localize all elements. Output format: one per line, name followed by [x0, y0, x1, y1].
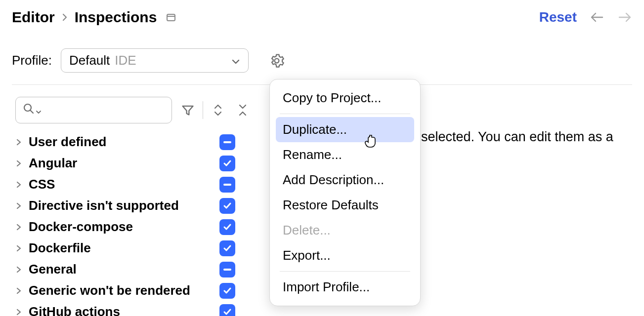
menu-item[interactable]: Copy to Project... — [276, 85, 414, 111]
gear-icon[interactable] — [269, 53, 284, 68]
tree-item-label: User defined — [29, 134, 107, 150]
tree-item[interactable]: User defined — [16, 131, 235, 153]
profile-selector[interactable]: Default IDE — [61, 48, 249, 73]
checkbox-checked[interactable] — [219, 240, 235, 256]
forward-arrow-icon[interactable] — [617, 12, 632, 23]
chevron-right-icon[interactable] — [16, 305, 22, 316]
menu-separator — [280, 114, 410, 114]
chevron-right-icon[interactable] — [16, 220, 22, 234]
menu-item[interactable]: Duplicate... — [276, 117, 414, 142]
search-icon — [23, 103, 35, 118]
tree-item-label: Directive isn't supported — [29, 198, 179, 213]
tree-item-left: CSS — [16, 177, 55, 192]
chevron-right-icon[interactable] — [16, 156, 22, 170]
chevron-down-icon — [231, 53, 240, 68]
breadcrumb-right: Reset — [539, 9, 632, 25]
profile-row: Profile: Default IDE — [0, 26, 644, 73]
menu-item[interactable]: Add Description... — [276, 167, 414, 193]
chevron-right-icon[interactable] — [16, 241, 22, 255]
checkbox-partial[interactable] — [219, 177, 235, 193]
tree-item-label: Dockerfile — [29, 240, 91, 256]
tree-item-label: Angular — [29, 156, 77, 171]
checkbox-checked[interactable] — [219, 304, 235, 316]
tree-item-left: Directive isn't supported — [16, 198, 179, 213]
chevron-right-icon[interactable] — [16, 177, 22, 192]
tree-item-label: CSS — [29, 177, 55, 192]
tree-item-label: Docker-compose — [29, 219, 133, 235]
menu-item[interactable]: Rename... — [276, 142, 414, 167]
tree-item-left: Dockerfile — [16, 240, 91, 256]
chevron-right-icon[interactable] — [16, 198, 22, 213]
checkbox-checked[interactable] — [219, 219, 235, 235]
tree-item[interactable]: Directive isn't supported — [16, 195, 235, 216]
chevron-down-icon — [36, 103, 42, 118]
tree-item[interactable]: General — [16, 259, 235, 280]
breadcrumb: Editor Inspections Reset — [0, 0, 644, 26]
tree-item-left: Angular — [16, 156, 77, 171]
separator — [203, 101, 203, 119]
profile-selector-text: Default IDE — [69, 53, 136, 68]
expand-icon[interactable] — [211, 103, 225, 117]
tree-item[interactable]: Docker-compose — [16, 216, 235, 237]
chevron-right-icon[interactable] — [16, 262, 22, 276]
breadcrumb-left: Editor Inspections — [12, 9, 176, 26]
tree-item-left: General — [16, 262, 77, 277]
reset-link[interactable]: Reset — [539, 9, 577, 25]
window-icon[interactable] — [166, 12, 176, 23]
breadcrumb-parent[interactable]: Editor — [12, 9, 55, 26]
detail-text: selected. You can edit them as a — [421, 129, 613, 145]
checkbox-checked[interactable] — [219, 156, 235, 171]
profile-settings-menu: Copy to Project...Duplicate...Rename...A… — [269, 79, 421, 306]
menu-item[interactable]: Export... — [276, 243, 414, 268]
checkbox-partial[interactable] — [219, 134, 235, 150]
filter-icon[interactable] — [181, 103, 195, 117]
menu-item[interactable]: Restore Defaults — [276, 193, 414, 218]
tree-item-label: General — [29, 262, 77, 277]
tree-item[interactable]: CSS — [16, 174, 235, 195]
search-input[interactable] — [15, 97, 172, 123]
chevron-right-icon[interactable] — [16, 135, 22, 149]
tree-item[interactable]: GitHub actions — [16, 301, 235, 316]
tree-item[interactable]: Generic won't be rendered — [16, 280, 235, 301]
tree-item-left: Generic won't be rendered — [16, 283, 190, 298]
back-arrow-icon[interactable] — [590, 12, 604, 23]
tree-item-left: GitHub actions — [16, 304, 120, 316]
chevron-right-icon — [62, 10, 68, 24]
tree-item[interactable]: Angular — [16, 153, 235, 174]
checkbox-checked[interactable] — [219, 283, 235, 299]
profile-name: Default — [69, 53, 110, 68]
svg-line-3 — [30, 110, 33, 113]
inspection-tree: User definedAngularCSSDirective isn't su… — [0, 123, 247, 316]
tree-item-label: Generic won't be rendered — [29, 283, 190, 298]
tree-item[interactable]: Dockerfile — [16, 237, 235, 259]
chevron-right-icon[interactable] — [16, 283, 22, 298]
tree-item-left: User defined — [16, 134, 107, 150]
checkbox-checked[interactable] — [219, 198, 235, 214]
menu-item: Delete... — [276, 218, 414, 243]
breadcrumb-current: Inspections — [75, 9, 157, 26]
toolbar-icons — [181, 101, 250, 119]
menu-item[interactable]: Import Profile... — [276, 275, 414, 300]
menu-separator — [280, 271, 410, 272]
search-field[interactable] — [45, 104, 181, 117]
profile-label: Profile: — [12, 53, 52, 68]
svg-rect-0 — [167, 14, 175, 21]
tree-item-left: Docker-compose — [16, 219, 133, 235]
checkbox-partial[interactable] — [219, 262, 235, 277]
profile-scope: IDE — [115, 53, 136, 68]
collapse-icon[interactable] — [236, 103, 250, 117]
tree-item-label: GitHub actions — [29, 304, 120, 316]
